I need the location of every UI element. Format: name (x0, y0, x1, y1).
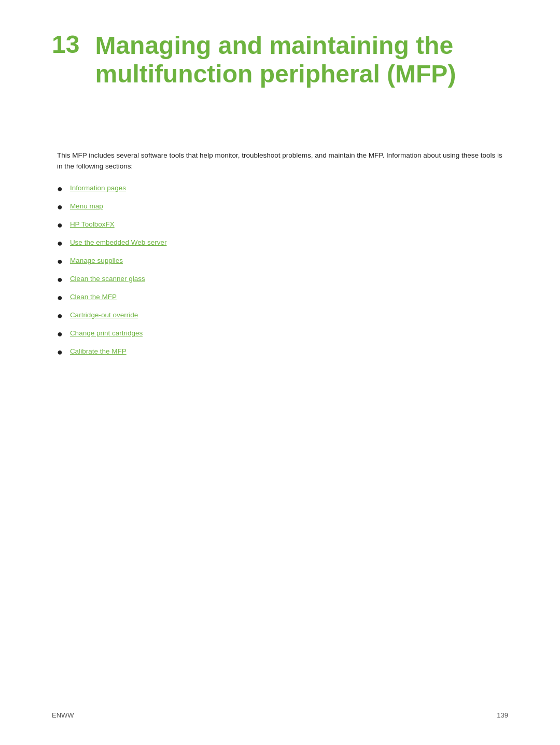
toc-link-2[interactable]: HP ToolboxFX (70, 219, 115, 230)
toc-link-6[interactable]: Clean the MFP (70, 292, 117, 302)
toc-link-3[interactable]: Use the embedded Web server (70, 237, 167, 248)
list-item: ●Menu map (57, 201, 508, 214)
chapter-number: 13 (52, 31, 79, 59)
list-item: ●Clean the scanner glass (57, 274, 508, 287)
list-item: ●Cartridge-out override (57, 310, 508, 323)
toc-link-8[interactable]: Change print cartridges (70, 328, 143, 339)
bullet-icon: ● (57, 218, 63, 232)
list-item: ●Manage supplies (57, 256, 508, 269)
toc-link-5[interactable]: Clean the scanner glass (70, 274, 145, 284)
toc-link-9[interactable]: Calibrate the MFP (70, 346, 127, 357)
bullet-icon: ● (57, 236, 63, 250)
bullet-icon: ● (57, 309, 63, 323)
bullet-icon: ● (57, 255, 63, 269)
bullet-icon: ● (57, 327, 63, 341)
toc-list: ●Information pages●Menu map●HP ToolboxFX… (57, 183, 508, 359)
list-item: ●Change print cartridges (57, 328, 508, 341)
toc-link-7[interactable]: Cartridge-out override (70, 310, 138, 320)
list-item: ●Clean the MFP (57, 292, 508, 305)
chapter-title: Managing and maintaining the multifuncti… (95, 31, 508, 88)
intro-paragraph: This MFP includes several software tools… (57, 150, 508, 172)
bullet-icon: ● (57, 182, 63, 196)
bullet-icon: ● (57, 273, 63, 287)
bullet-icon: ● (57, 200, 63, 214)
page-number: 139 (497, 711, 508, 719)
list-item: ●Information pages (57, 183, 508, 196)
list-item: ●Use the embedded Web server (57, 237, 508, 250)
toc-link-1[interactable]: Menu map (70, 201, 103, 212)
bullet-icon: ● (57, 345, 63, 359)
toc-link-4[interactable]: Manage supplies (70, 256, 123, 266)
page: 13 Managing and maintaining the multifun… (0, 0, 560, 745)
list-item: ●HP ToolboxFX (57, 219, 508, 232)
toc-link-0[interactable]: Information pages (70, 183, 126, 193)
list-item: ●Calibrate the MFP (57, 346, 508, 359)
chapter-header: 13 Managing and maintaining the multifun… (52, 31, 508, 88)
footer: ENWW 139 (52, 711, 508, 719)
footer-label: ENWW (52, 711, 74, 719)
bullet-icon: ● (57, 291, 63, 305)
